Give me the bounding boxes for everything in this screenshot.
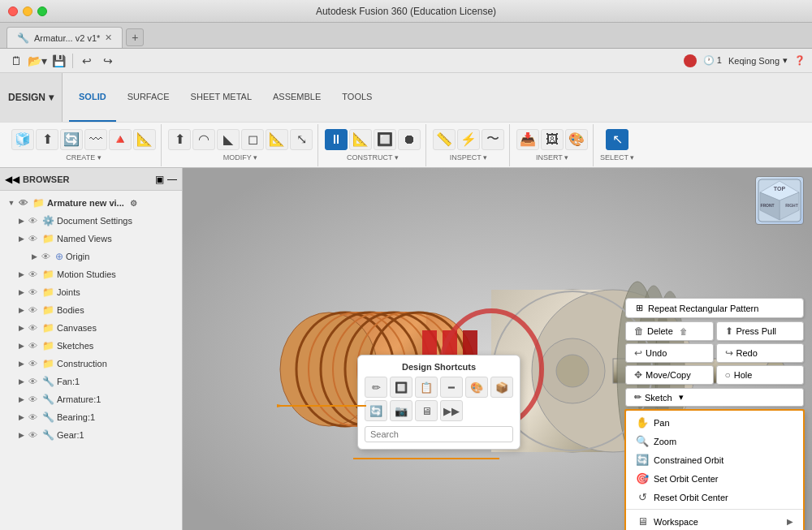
extrude-icon[interactable]: ⬆ xyxy=(36,129,58,150)
tab-solid[interactable]: SOLID xyxy=(69,73,116,122)
design-menu-button[interactable]: DESIGN ▾ xyxy=(0,73,63,122)
sweep-icon[interactable]: 〰 xyxy=(84,129,107,150)
collapse-icon[interactable]: ◀◀ xyxy=(5,174,19,185)
new-file-icon[interactable]: 🗒 xyxy=(6,52,26,70)
item-eye[interactable]: 👁 xyxy=(28,269,40,279)
browser-settings-icon[interactable]: ▣ xyxy=(155,174,164,185)
menu-item-set-orbit-center[interactable]: 🎯 Set Orbit Center xyxy=(626,469,803,488)
browser-item-named-views[interactable]: ▶ 👁 📁 Named Views xyxy=(0,230,182,248)
hole-button[interactable]: ○ Hole xyxy=(716,365,805,385)
shortcut-motion[interactable]: 🔄 xyxy=(365,400,387,421)
shortcut-appearance[interactable]: 🎨 xyxy=(465,377,488,398)
navigation-cube[interactable]: TOP RIGHT FRONT xyxy=(755,176,804,225)
root-eye-icon[interactable]: 👁 xyxy=(19,198,30,208)
user-menu[interactable]: Keqing Song ▾ xyxy=(728,55,788,66)
minimize-button[interactable] xyxy=(23,6,32,16)
press-pull-button[interactable]: ⬆ Press Pull xyxy=(716,321,805,341)
browser-collapse-icon[interactable]: — xyxy=(167,174,177,185)
menu-item-zoom[interactable]: 🔍 Zoom xyxy=(626,432,803,450)
insert-derive-icon[interactable]: 📥 xyxy=(516,129,539,150)
browser-item-construction[interactable]: ▶ 👁 📁 Construction xyxy=(0,355,182,373)
tab-close-button[interactable]: ✕ xyxy=(105,32,112,43)
delete-button[interactable]: 🗑 Delete 🗑 xyxy=(625,321,714,341)
record-button[interactable] xyxy=(684,54,697,67)
revolve-icon[interactable]: 🔄 xyxy=(60,129,83,150)
interference-icon[interactable]: ⚡ xyxy=(457,129,480,150)
close-button[interactable] xyxy=(8,6,18,16)
tab-tools[interactable]: TOOLS xyxy=(332,73,382,122)
menu-item-reset-orbit[interactable]: ↺ Reset Orbit Center xyxy=(626,488,803,506)
browser-item-bodies[interactable]: ▶ 👁 📁 Bodies xyxy=(0,301,182,319)
rib-icon[interactable]: 📐 xyxy=(133,129,156,150)
new-tab-button[interactable]: + xyxy=(126,28,144,46)
repeat-pattern-button[interactable]: ⊞ Repeat Rectangular Pattern xyxy=(625,298,804,318)
decal-icon[interactable]: 🖼 xyxy=(541,129,564,150)
item-eye[interactable]: 👁 xyxy=(28,359,40,368)
item-eye[interactable]: 👁 xyxy=(28,305,40,315)
tab-sheet-metal[interactable]: SHEET METAL xyxy=(181,73,261,122)
draft-icon[interactable]: 📐 xyxy=(266,129,288,150)
chamfer-icon[interactable]: ◣ xyxy=(217,129,240,150)
item-eye[interactable]: 👁 xyxy=(28,234,40,243)
shortcut-paste[interactable]: 📋 xyxy=(415,377,438,398)
root-settings-icon[interactable]: ⚙ xyxy=(130,199,137,208)
item-eye[interactable]: 👁 xyxy=(28,287,40,297)
3d-viewport[interactable]: TOP RIGHT FRONT Design Shortcuts ✏ 🔲 📋 ━… xyxy=(183,168,812,530)
item-eye[interactable]: 👁 xyxy=(28,430,40,440)
browser-item-doc-settings[interactable]: ▶ 👁 ⚙️ Document Settings xyxy=(0,212,182,230)
tab-assemble[interactable]: ASSEMBLE xyxy=(263,73,330,122)
tab-surface[interactable]: SURFACE xyxy=(118,73,179,122)
browser-root-item[interactable]: ▼ 👁 📁 Armature new vi... ⚙ xyxy=(0,194,182,212)
help-button[interactable]: ❓ xyxy=(794,55,806,66)
undo-icon[interactable]: ↩ xyxy=(77,52,97,70)
midplane-icon[interactable]: ⏺ xyxy=(398,129,421,150)
menu-item-constrained-orbit[interactable]: 🔄 Constrained Orbit xyxy=(626,450,803,469)
item-eye[interactable]: 👁 xyxy=(28,323,40,333)
new-component-icon[interactable]: 🧊 xyxy=(11,129,34,150)
shortcut-line[interactable]: ━ xyxy=(440,377,463,398)
browser-item-bearing[interactable]: ▶ 👁 🔧 Bearing:1 xyxy=(0,408,182,426)
measure-icon[interactable]: 📏 xyxy=(433,129,456,150)
curvature-icon[interactable]: 〜 xyxy=(482,129,504,150)
sketch-dropdown-button[interactable]: ✏ Sketch ▾ xyxy=(625,388,804,407)
maximize-button[interactable] xyxy=(37,6,47,16)
shortcut-screen[interactable]: 🖥 xyxy=(415,400,438,421)
press-pull-icon[interactable]: ⬆ xyxy=(168,129,191,150)
shortcut-component[interactable]: 🔲 xyxy=(390,377,412,398)
tangent-plane-icon[interactable]: 🔲 xyxy=(374,129,396,150)
item-eye[interactable]: 👁 xyxy=(28,216,40,226)
browser-item-fan[interactable]: ▶ 👁 🔧 Fan:1 xyxy=(0,373,182,390)
open-icon[interactable]: 📂▾ xyxy=(28,52,47,70)
fillet-icon[interactable]: ◠ xyxy=(192,129,215,150)
shell-icon[interactable]: ◻ xyxy=(241,129,264,150)
item-eye[interactable]: 👁 xyxy=(28,377,40,386)
redo-icon[interactable]: ↪ xyxy=(98,52,118,70)
browser-item-sketches[interactable]: ▶ 👁 📁 Sketches xyxy=(0,337,182,355)
browser-item-motion-studies[interactable]: ▶ 👁 📁 Motion Studies xyxy=(0,265,182,283)
browser-item-canvases[interactable]: ▶ 👁 📁 Canvases xyxy=(0,319,182,337)
item-eye[interactable]: 👁 xyxy=(28,394,40,404)
shortcut-package[interactable]: 📦 xyxy=(490,377,513,398)
shortcut-new-sketch[interactable]: ✏ xyxy=(365,377,387,398)
undo-button[interactable]: ↩ Undo xyxy=(625,343,714,363)
loft-icon[interactable]: 🔺 xyxy=(109,129,132,150)
save-icon[interactable]: 💾 xyxy=(49,52,68,70)
shortcut-forward[interactable]: ▶▶ xyxy=(440,400,463,421)
menu-item-workspace[interactable]: 🖥 Workspace ▶ xyxy=(626,512,803,530)
menu-item-pan[interactable]: ✋ Pan xyxy=(626,413,803,432)
angle-plane-icon[interactable]: 📐 xyxy=(349,129,372,150)
select-cursor-icon[interactable]: ↖ xyxy=(606,129,628,150)
browser-item-gear[interactable]: ▶ 👁 🔧 Gear:1 xyxy=(0,426,182,444)
item-eye[interactable]: 👁 xyxy=(28,341,40,351)
browser-item-armature[interactable]: ▶ 👁 🔧 Armature:1 xyxy=(0,390,182,408)
shortcuts-search-input[interactable] xyxy=(365,426,513,442)
item-eye[interactable]: 👁 xyxy=(28,412,40,422)
move-copy-button[interactable]: ✥ Move/Copy xyxy=(625,365,714,385)
browser-item-joints[interactable]: ▶ 👁 📁 Joints xyxy=(0,283,182,301)
canvas-icon[interactable]: 🎨 xyxy=(565,129,588,150)
shortcut-camera[interactable]: 📷 xyxy=(390,400,412,421)
cube-face[interactable]: TOP RIGHT FRONT xyxy=(755,176,804,225)
scale-icon[interactable]: ⤡ xyxy=(290,129,313,150)
item-eye[interactable]: 👁 xyxy=(41,252,53,261)
redo-button[interactable]: ↪ Redo xyxy=(716,343,805,363)
